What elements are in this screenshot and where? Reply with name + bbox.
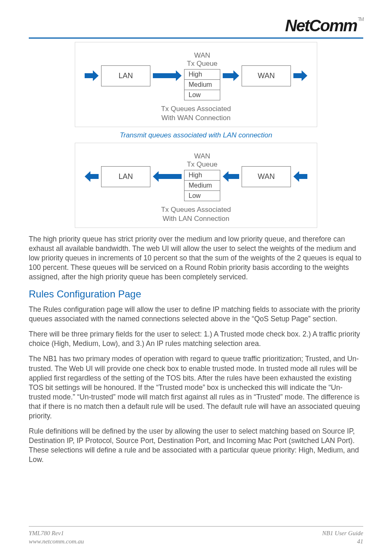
queue-medium: Medium xyxy=(184,80,220,90)
arrow-right-icon xyxy=(153,70,182,81)
paragraph-4: The NB1 has two primary modes of operati… xyxy=(29,354,363,421)
figure-1-row: LAN WAN Tx Queue High Medium Low WAN xyxy=(80,51,312,100)
footer-doc-rev: YML780 Rev1 xyxy=(29,529,84,537)
arrow-right-icon xyxy=(293,70,307,81)
footer-row: YML780 Rev1 www.netcomm.com.au NB1 User … xyxy=(29,529,363,546)
trademark-symbol: TM xyxy=(358,16,363,22)
arrow-right-icon xyxy=(85,70,99,81)
arrow-left-icon xyxy=(153,171,182,182)
queue-low: Low xyxy=(184,90,220,100)
queue-stack: High Medium Low xyxy=(184,170,220,201)
lan-box: LAN xyxy=(101,65,150,86)
queue-stack: High Medium Low xyxy=(184,69,220,100)
queue-column: WAN Tx Queue High Medium Low xyxy=(184,152,220,201)
wan-box: WAN xyxy=(242,166,291,187)
lan-box: LAN xyxy=(101,166,150,187)
paragraph-2: The Rules configuration page will allow … xyxy=(29,305,363,324)
figure-1: LAN WAN Tx Queue High Medium Low WAN Tx … xyxy=(75,42,317,127)
wan-label: WAN xyxy=(258,172,274,181)
footer-right: NB1 User Guide 41 xyxy=(322,529,363,546)
figure-2: LAN WAN Tx Queue High Medium Low WAN Tx … xyxy=(75,143,317,228)
figure-1-wrap: LAN WAN Tx Queue High Medium Low WAN Tx … xyxy=(29,42,363,127)
arrow-right-icon xyxy=(223,70,239,81)
paragraph-3: There will be three primary fields for t… xyxy=(29,330,363,348)
queue-high: High xyxy=(184,170,220,181)
wan-box: WAN xyxy=(242,65,291,86)
document-page: NetCommTM LAN WAN Tx Queue High Medium L… xyxy=(0,0,392,557)
footer-rule xyxy=(29,526,363,527)
body-text: The high priority queue has strict prior… xyxy=(29,234,363,465)
footer-page-number: 41 xyxy=(357,537,363,545)
figure-2-row: LAN WAN Tx Queue High Medium Low WAN xyxy=(80,152,312,201)
queue-high: High xyxy=(184,69,220,80)
brand-name: NetComm xyxy=(285,16,357,35)
brand-logo: NetCommTM xyxy=(285,16,363,35)
lan-label: LAN xyxy=(118,172,133,181)
queue-title: WAN Tx Queue xyxy=(187,152,218,169)
section-heading: Rules Configuration Page xyxy=(29,288,363,301)
arrow-left-icon xyxy=(293,171,307,182)
header-rule xyxy=(29,37,363,39)
queue-column: WAN Tx Queue High Medium Low xyxy=(184,51,220,100)
arrow-left-icon xyxy=(223,171,239,182)
queue-title: WAN Tx Queue xyxy=(187,51,218,68)
page-footer: YML780 Rev1 www.netcomm.com.au NB1 User … xyxy=(29,526,363,546)
paragraph-5: Rule definitions will be defined by the … xyxy=(29,427,363,464)
queue-medium: Medium xyxy=(184,181,220,191)
figure-1-caption: Tx Queues Associated With WAN Connection xyxy=(80,104,312,123)
figure-caption-text: Transmit queues associated with LAN conn… xyxy=(29,131,363,139)
footer-left: YML780 Rev1 www.netcomm.com.au xyxy=(29,529,84,546)
paragraph-1: The high priority queue has strict prior… xyxy=(29,234,363,282)
footer-guide-title: NB1 User Guide xyxy=(322,529,363,537)
lan-label: LAN xyxy=(118,72,133,80)
queue-low: Low xyxy=(184,191,220,201)
figure-2-wrap: LAN WAN Tx Queue High Medium Low WAN Tx … xyxy=(29,143,363,228)
wan-label: WAN xyxy=(258,72,274,80)
header-row: NetCommTM xyxy=(29,16,363,35)
figure-2-caption: Tx Queues Associated With LAN Connection xyxy=(80,205,312,223)
arrow-left-icon xyxy=(85,171,99,182)
footer-url: www.netcomm.com.au xyxy=(29,537,84,545)
